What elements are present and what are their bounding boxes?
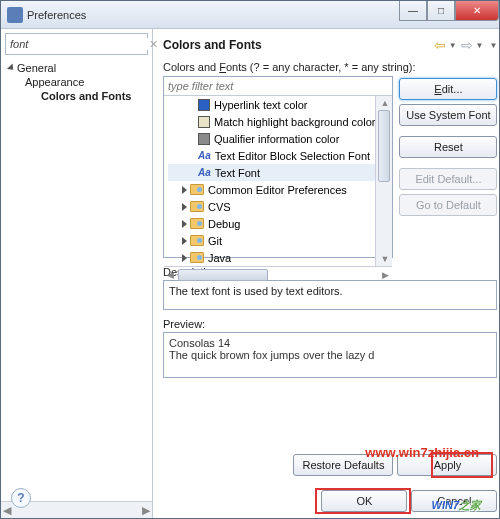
folder-icon — [190, 218, 204, 229]
color-swatch-icon — [198, 133, 210, 145]
arrow-right-icon: ⇨ — [461, 37, 473, 53]
preview-box: Consolas 14 The quick brown fox jumps ov… — [163, 332, 497, 378]
tree-hscroll[interactable]: ◀▶ — [164, 266, 392, 267]
go-to-default-button: Go to Default — [399, 194, 497, 216]
arrow-left-icon: ⇦ — [434, 37, 446, 53]
folder-icon — [190, 201, 204, 212]
preferences-window: Preferences — □ ✕ ✕ General Appearance C… — [0, 0, 500, 519]
back-menu-icon[interactable]: ▼ — [449, 41, 457, 50]
help-button[interactable]: ? — [11, 488, 31, 508]
nav-back-button[interactable]: ⇦ — [432, 37, 448, 53]
apply-button[interactable]: Apply — [397, 454, 497, 476]
preview-line-1: Consolas 14 — [169, 337, 491, 349]
preview-label: Preview: — [163, 318, 497, 330]
scroll-thumb[interactable] — [378, 110, 390, 182]
tree-filter-input[interactable] — [164, 77, 392, 96]
font-icon: Aa — [198, 167, 211, 178]
titlebar[interactable]: Preferences — □ ✕ — [1, 1, 499, 29]
nav-item-general[interactable]: General — [5, 61, 152, 75]
font-icon: Aa — [198, 150, 211, 161]
nav-filter[interactable]: ✕ — [5, 33, 148, 55]
action-buttons: EEdit...dit... Use System Font Reset Edi… — [399, 78, 497, 216]
item-qualifier-color[interactable]: Qualifier information color — [168, 130, 375, 147]
cancel-button[interactable]: Cancel — [411, 490, 497, 512]
edit-button[interactable]: EEdit...dit... — [399, 78, 497, 100]
nav-tree[interactable]: General Appearance Colors and Fonts — [1, 59, 152, 501]
folder-common-editor[interactable]: Common Editor Preferences — [168, 181, 375, 198]
scroll-thumb[interactable] — [178, 269, 268, 281]
content-pane: Colors and Fonts ⇦▼ ⇨▼ ▼ Colors and Font… — [153, 29, 500, 518]
page-title: Colors and Fonts — [163, 38, 430, 52]
ok-button[interactable]: OK — [321, 490, 407, 512]
nav-item-appearance[interactable]: Appearance — [5, 75, 152, 89]
nav-item-colors-fonts[interactable]: Colors and Fonts — [5, 89, 152, 103]
minimize-button[interactable]: — — [399, 1, 427, 21]
fwd-menu-icon[interactable]: ▼ — [476, 41, 484, 50]
close-button[interactable]: ✕ — [455, 1, 499, 21]
folder-debug[interactable]: Debug — [168, 215, 375, 232]
preview-line-2: The quick brown fox jumps over the lazy … — [169, 349, 491, 361]
folder-icon — [190, 252, 204, 263]
color-swatch-icon — [198, 116, 210, 128]
restore-defaults-button[interactable]: Restore Defaults — [293, 454, 393, 476]
reset-button[interactable]: Reset — [399, 136, 497, 158]
colors-fonts-list[interactable]: Hyperlink text color Match highlight bac… — [164, 96, 375, 266]
folder-cvs[interactable]: CVS — [168, 198, 375, 215]
colors-fonts-tree: Hyperlink text color Match highlight bac… — [163, 76, 393, 258]
tree-vscroll[interactable]: ▲▼ — [375, 96, 392, 266]
nav-forward-button[interactable]: ⇨ — [459, 37, 475, 53]
window-title: Preferences — [27, 9, 399, 21]
folder-icon — [190, 184, 204, 195]
color-swatch-icon — [198, 99, 210, 111]
maximize-button[interactable]: □ — [427, 1, 455, 21]
item-text-font[interactable]: AaText Font — [168, 164, 375, 181]
use-system-font-button[interactable]: Use System Font — [399, 104, 497, 126]
folder-git[interactable]: Git — [168, 232, 375, 249]
section-label: Colors and Fonts (? = any character, * =… — [163, 61, 497, 73]
folder-java[interactable]: Java — [168, 249, 375, 266]
nav-filter-input[interactable] — [10, 38, 149, 50]
app-icon — [7, 7, 23, 23]
item-match-highlight-color[interactable]: Match highlight background color — [168, 113, 375, 130]
item-hyperlink-color[interactable]: Hyperlink text color — [168, 96, 375, 113]
nav-pane: ✕ General Appearance Colors and Fonts ◀▶ — [1, 29, 153, 518]
edit-default-button: Edit Default... — [399, 168, 497, 190]
folder-icon — [190, 235, 204, 246]
item-block-selection-font[interactable]: AaText Editor Block Selection Font — [168, 147, 375, 164]
page-menu-icon[interactable]: ▼ — [490, 41, 498, 50]
description-text: The text font is used by text editors. — [163, 280, 497, 310]
